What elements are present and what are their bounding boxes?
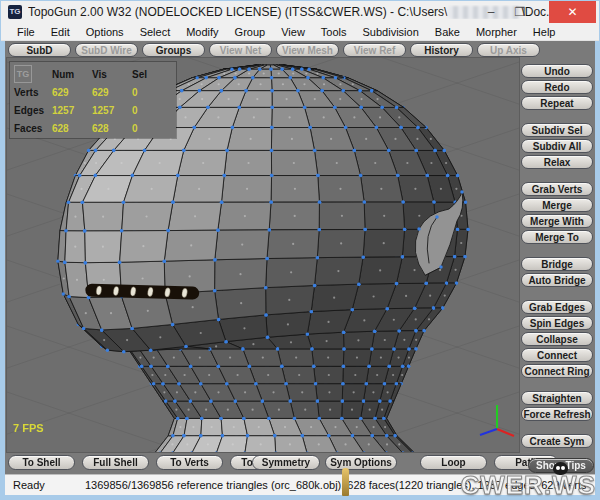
tools-panel-group: Subdiv SelSubdiv AllRelax — [521, 123, 593, 169]
maximize-icon: ❐ — [515, 5, 526, 19]
bottom-button-to-verts[interactable]: To Verts — [156, 455, 223, 470]
toolbar-button-up-axis[interactable]: Up Axis — [477, 43, 540, 57]
tools-panel-group: Create Sym — [521, 434, 593, 448]
stats-faces-sel: 0 — [132, 123, 172, 134]
stats-row-label-faces: Faces — [14, 123, 52, 134]
menu-item-options[interactable]: Options — [78, 26, 132, 38]
panel-button-force-refresh[interactable]: Force Refresh — [521, 407, 593, 421]
minimize-button[interactable]: – — [479, 1, 503, 23]
stats-row-label-verts: Verts — [14, 87, 52, 98]
bottom-button-to-shell[interactable]: To Shell — [8, 455, 75, 470]
panel-button-merge-with[interactable]: Merge With — [521, 214, 593, 228]
bottom-button-full-shell[interactable]: Full Shell — [82, 455, 149, 470]
tools-panel-group: Grab VertsMergeMerge WithMerge To — [521, 182, 593, 244]
panel-button-merge-to[interactable]: Merge To — [521, 230, 593, 244]
panel-button-subdiv-all[interactable]: Subdiv All — [521, 139, 593, 153]
panel-button-spin-edges[interactable]: Spin Edges — [521, 316, 593, 330]
panel-button-merge[interactable]: Merge — [521, 198, 593, 212]
menu-item-edit[interactable]: Edit — [43, 26, 78, 38]
panel-button-subdiv-sel[interactable]: Subdiv Sel — [521, 123, 593, 137]
stats-row-label-edges: Edges — [14, 105, 52, 116]
menu-item-file[interactable]: File — [9, 26, 43, 38]
toolbar-button-view-net[interactable]: View Net — [209, 43, 272, 57]
close-button[interactable]: ✕ — [549, 1, 596, 23]
maximize-button[interactable]: ❐ — [507, 1, 533, 23]
panel-button-connect-ring[interactable]: Connect Ring — [521, 364, 593, 378]
stats-edges-sel: 0 — [132, 105, 172, 116]
stats-faces-num: 628 — [52, 123, 92, 134]
fps-counter: 7 FPS — [13, 422, 44, 434]
tools-panel-group: StraightenForce Refresh — [521, 391, 593, 421]
stats-column-sel: Sel — [132, 69, 172, 80]
window-title: TopoGun 2.00 W32 (NODELOCKED LICENSE) (I… — [28, 5, 556, 19]
toolbar-button-subd-wire[interactable]: SubD Wire — [75, 43, 138, 57]
stats-edges-vis: 1257 — [92, 105, 132, 116]
panel-button-redo[interactable]: Redo — [521, 80, 593, 94]
stats-verts-vis: 629 — [92, 87, 132, 98]
menu-item-tools[interactable]: Tools — [313, 26, 355, 38]
mesh-stats-panel: TGNumVisSelVerts6296290Edges125712570Fac… — [10, 62, 176, 138]
panel-button-create-sym[interactable]: Create Sym — [521, 434, 593, 448]
stats-verts-num: 629 — [52, 87, 92, 98]
panel-button-connect[interactable]: Connect — [521, 348, 593, 362]
menu-item-help[interactable]: Help — [525, 26, 564, 38]
bottom-button-loop[interactable]: Loop — [420, 455, 487, 470]
topogun-logo-icon: TG — [14, 65, 32, 83]
show-tips-tooltip[interactable]: Show Tips — [528, 458, 594, 473]
stats-column-num: Num — [52, 69, 92, 80]
bottom-button-sym-options[interactable]: Sym Options — [325, 455, 397, 470]
panel-button-relax[interactable]: Relax — [521, 155, 593, 169]
stats-column-vis: Vis — [92, 69, 132, 80]
stats-verts-sel: 0 — [132, 87, 172, 98]
minimize-icon: – — [488, 5, 495, 19]
menu-item-group[interactable]: Group — [227, 26, 274, 38]
status-bar: Ready 1369856/1369856 reference triangle… — [5, 474, 595, 495]
app-icon: TG — [8, 5, 22, 19]
panel-button-auto-bridge[interactable]: Auto Bridge — [521, 273, 593, 287]
top-toolbar: SubDSubD WireGroupsView NetView MeshView… — [8, 43, 540, 57]
toolbar-button-view-ref[interactable]: View Ref — [343, 43, 406, 57]
window-body: SubDSubD WireGroupsView NetView MeshView… — [5, 41, 595, 474]
window-title-part1: TopoGun 2.00 W32 (NODELOCKED LICENSE) (I… — [28, 5, 447, 19]
stats-faces-vis: 628 — [92, 123, 132, 134]
toolbar-button-view-mesh[interactable]: View Mesh — [276, 43, 339, 57]
tools-panel: UndoRedoRepeatSubdiv SelSubdiv AllRelaxG… — [521, 58, 593, 474]
viewport-3d[interactable]: TGNumVisSelVerts6296290Edges125712570Fac… — [7, 58, 519, 452]
tools-panel-group: UndoRedoRepeat — [521, 64, 593, 110]
tools-panel-group: Grab EdgesSpin EdgesCollapseConnectConne… — [521, 300, 593, 378]
menu-item-modify[interactable]: Modify — [178, 26, 226, 38]
tools-panel-group: BridgeAuto Bridge — [521, 257, 593, 287]
panel-button-repeat[interactable]: Repeat — [521, 96, 593, 110]
status-state: Ready — [13, 479, 85, 491]
panel-button-grab-edges[interactable]: Grab Edges — [521, 300, 593, 314]
menu-item-bake[interactable]: Bake — [427, 26, 468, 38]
title-bar[interactable]: TG TopoGun 2.00 W32 (NODELOCKED LICENSE)… — [1, 1, 599, 23]
status-message: 1369856/1369856 reference triangles (orc… — [85, 479, 586, 491]
panel-button-bridge[interactable]: Bridge — [521, 257, 593, 271]
menu-item-morpher[interactable]: Morpher — [468, 26, 525, 38]
toolbar-button-history[interactable]: History — [410, 43, 473, 57]
toolbar-button-groups[interactable]: Groups — [142, 43, 205, 57]
topogun-window: TG TopoGun 2.00 W32 (NODELOCKED LICENSE)… — [0, 0, 600, 500]
toolbar-button-subd[interactable]: SubD — [8, 43, 71, 57]
menu-item-view[interactable]: View — [273, 26, 313, 38]
menu-item-select[interactable]: Select — [132, 26, 179, 38]
panel-button-undo[interactable]: Undo — [521, 64, 593, 78]
panel-button-collapse[interactable]: Collapse — [521, 332, 593, 346]
bottom-button-symmetry[interactable]: Symmetry — [252, 455, 320, 470]
stats-edges-num: 1257 — [52, 105, 92, 116]
close-icon: ✕ — [567, 5, 577, 19]
panel-button-straighten[interactable]: Straighten — [521, 391, 593, 405]
panel-button-grab-verts[interactable]: Grab Verts — [521, 182, 593, 196]
menu-item-subdivision[interactable]: Subdivision — [355, 26, 427, 38]
bottom-toolbar: To ShellFull ShellTo VertsTo EdgesSymmet… — [5, 452, 521, 474]
menu-bar: FileEditOptionsSelectModifyGroupViewTool… — [1, 23, 599, 41]
